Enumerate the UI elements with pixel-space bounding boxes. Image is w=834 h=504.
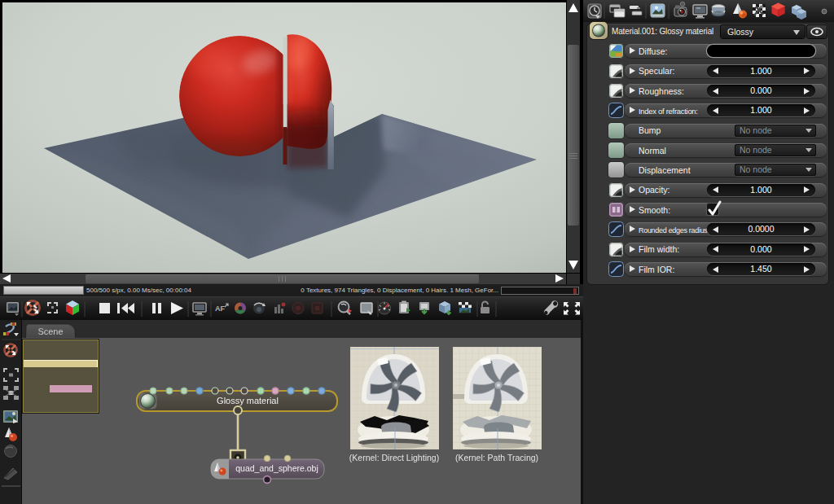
svg-text:AF: AF xyxy=(215,305,225,313)
svg-text:quad_and_sphere.obj: quad_and_sphere.obj xyxy=(235,463,318,473)
svg-text:(Kernel: Direct Lighting): (Kernel: Direct Lighting) xyxy=(349,453,439,462)
svg-text:(Kernel: Path Tracing): (Kernel: Path Tracing) xyxy=(455,453,538,462)
svg-text:Glossy material: Glossy material xyxy=(217,396,279,405)
